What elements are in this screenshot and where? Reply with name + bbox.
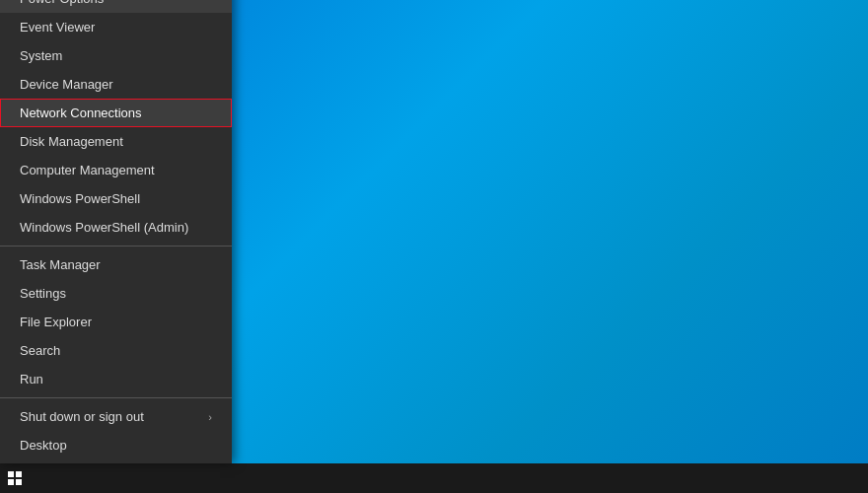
menu-item-power-options[interactable]: Power Options	[0, 0, 232, 13]
menu-item-network-connections[interactable]: Network Connections	[0, 99, 232, 127]
menu-item-device-manager[interactable]: Device Manager	[0, 70, 232, 99]
menu-item-file-explorer[interactable]: File Explorer	[0, 308, 232, 336]
submenu-arrow-icon: ›	[208, 411, 212, 423]
menu-item-disk-management[interactable]: Disk Management	[0, 127, 232, 156]
menu-item-settings[interactable]: Settings	[0, 279, 232, 308]
menu-item-event-viewer[interactable]: Event Viewer	[0, 13, 232, 41]
menu-item-task-manager[interactable]: Task Manager	[0, 250, 232, 279]
divider-1	[0, 246, 232, 246]
context-menu: Apps and Features Power Options Event Vi…	[0, 0, 232, 463]
menu-item-windows-powershell-admin[interactable]: Windows PowerShell (Admin)	[0, 213, 232, 242]
menu-item-search[interactable]: Search	[0, 336, 232, 365]
taskbar	[0, 463, 868, 493]
menu-item-system[interactable]: System	[0, 41, 232, 70]
divider-2	[0, 397, 232, 398]
start-button[interactable]	[0, 463, 30, 493]
menu-item-desktop[interactable]: Desktop	[0, 431, 232, 459]
menu-item-run[interactable]: Run	[0, 365, 232, 393]
windows-logo-icon	[8, 471, 22, 485]
menu-item-computer-management[interactable]: Computer Management	[0, 156, 232, 184]
menu-item-windows-powershell[interactable]: Windows PowerShell	[0, 184, 232, 213]
menu-item-shut-down[interactable]: Shut down or sign out ›	[0, 402, 232, 431]
